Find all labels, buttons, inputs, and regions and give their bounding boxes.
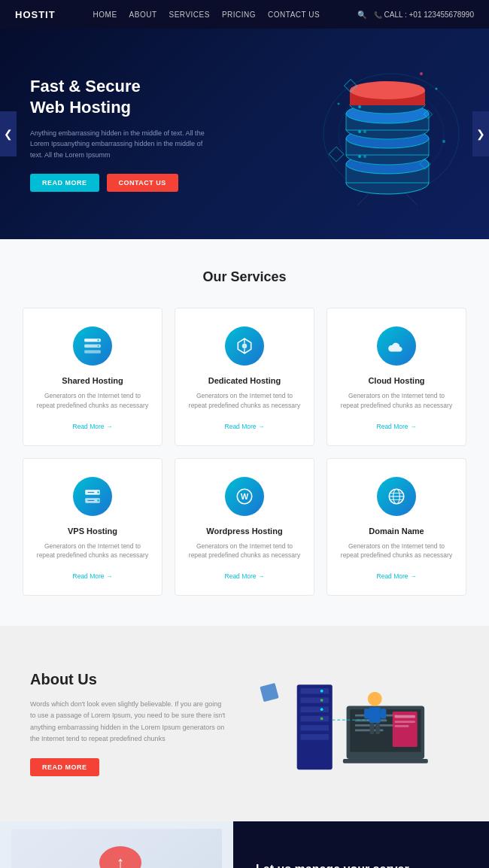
svg-rect-79 [260,683,278,702]
svg-text:↑: ↑ [117,853,125,868]
svg-rect-70 [395,725,409,727]
shared-hosting-icon [73,326,112,366]
slider-arrow-right[interactable]: ❯ [472,111,489,156]
hero-description: Anything embarrassing hidden in the midd… [30,128,211,160]
svg-point-16 [358,130,361,133]
svg-rect-31 [84,350,101,353]
service-card-vps: VPS Hosting Generators on the Internet t… [23,458,162,596]
svg-point-14 [358,155,361,158]
service-card-domain: Domain Name Generators on the Internet t… [327,458,466,596]
card-desc-wordpress: Generators on the Internet tend to repea… [187,542,302,561]
services-section: Our Services Shared Hosting Generators o… [0,239,489,626]
svg-point-17 [363,130,366,133]
read-more-button[interactable]: Read More [30,174,99,192]
svg-rect-75 [381,709,387,718]
card-desc-domain: Generators on the Internet tend to repea… [339,542,454,561]
about-content: About Us Words which don't look even sli… [30,671,226,776]
svg-rect-56 [300,734,329,740]
services-grid: Shared Hosting Generators on the Interne… [23,308,466,596]
svg-rect-51 [300,688,329,694]
cloud-hosting-icon [377,326,416,366]
nav-about[interactable]: ABOUT [129,11,157,19]
hero-buttons: Read More Contact Us [30,174,256,192]
svg-point-18 [358,105,361,108]
about-section: About Us Words which don't look even sli… [0,626,489,821]
card-title-domain: Domain Name [339,527,454,536]
svg-point-26 [436,88,438,90]
wordpress-hosting-icon: W [225,477,264,516]
manage-illustration: ↑ )))) [0,821,233,868]
search-icon[interactable]: 🔍 [357,11,366,19]
manage-content: Let us manage your server Internet. It u… [233,839,489,868]
service-card-wordpress: W Wordpress Hosting Generators on the In… [175,458,314,596]
card-link-shared[interactable]: Read More → [73,423,113,430]
card-link-domain[interactable]: Read More → [377,572,417,580]
nav-pricing[interactable]: PRICING [222,11,256,19]
svg-point-32 [98,339,99,341]
card-link-vps[interactable]: Read More → [73,572,113,580]
dedicated-hosting-icon [225,326,264,366]
manage-title: Let us manage your server [256,862,466,868]
hero-illustration [271,44,466,224]
svg-rect-76 [370,723,375,734]
svg-point-39 [97,491,99,493]
hero-section: ❮ Fast & SecureWeb Hosting Anything emba… [0,29,489,239]
about-read-more-button[interactable]: Read More [30,758,99,776]
service-card-dedicated: Dedicated Hosting Generators on the Inte… [175,308,314,446]
svg-line-23 [357,194,369,205]
card-desc-vps: Generators on the Internet tend to repea… [35,542,150,561]
card-title-cloud: Cloud Hosting [339,376,454,385]
svg-rect-68 [395,715,415,718]
card-link-cloud[interactable]: Read More → [377,423,417,430]
manage-section: ↑ )))) [0,821,489,868]
navbar-links: HOME ABOUT SERVICES PRICING CONTACT US [93,11,320,19]
services-title: Our Services [23,269,466,285]
about-description: Words which don't look even slightly bel… [30,699,226,745]
domain-icon [377,477,416,516]
contact-us-button[interactable]: Contact Us [107,174,178,192]
svg-rect-53 [300,706,329,712]
svg-point-60 [320,718,323,721]
svg-rect-77 [375,723,380,734]
svg-point-72 [368,692,382,706]
svg-point-57 [320,690,323,693]
svg-point-58 [320,699,323,702]
svg-rect-65 [355,724,394,727]
slider-arrow-left[interactable]: ❮ [0,111,17,156]
svg-rect-71 [343,759,428,763]
svg-point-27 [338,103,340,105]
card-title-shared: Shared Hosting [35,376,150,385]
nav-services[interactable]: SERVICES [169,11,210,19]
svg-rect-54 [300,716,329,722]
svg-point-25 [420,72,423,75]
svg-point-15 [363,155,366,158]
navbar-right: 🔍 📞 CALL : +01 123455678990 [357,11,474,19]
nav-home[interactable]: HOME [93,11,117,19]
card-desc-shared: Generators on the Internet tend to repea… [35,391,150,411]
card-title-vps: VPS Hosting [35,527,150,536]
card-desc-dedicated: Generators on the Internet tend to repea… [187,391,302,411]
svg-rect-69 [395,721,415,723]
svg-line-24 [406,194,418,205]
about-illustration [248,663,459,784]
svg-rect-73 [369,707,381,723]
svg-point-40 [97,499,99,502]
card-title-dedicated: Dedicated Hosting [187,376,302,385]
card-link-wordpress[interactable]: Read More → [225,572,265,580]
svg-point-33 [98,345,99,347]
nav-contact[interactable]: CONTACT US [268,11,320,19]
svg-rect-52 [300,697,329,703]
hero-content: Fast & SecureWeb Hosting Anything embarr… [30,76,256,192]
svg-rect-55 [300,725,329,731]
navbar: HOSTIT HOME ABOUT SERVICES PRICING CONTA… [0,0,489,29]
vps-hosting-icon [73,477,112,516]
service-card-cloud: Cloud Hosting Generators on the Internet… [327,308,466,446]
about-title: About Us [30,671,226,688]
svg-text:W: W [241,492,249,501]
svg-point-28 [442,140,445,143]
navbar-logo: HOSTIT [15,9,56,20]
card-link-dedicated[interactable]: Read More → [225,423,265,430]
svg-rect-74 [364,709,370,718]
service-card-shared: Shared Hosting Generators on the Interne… [23,308,162,446]
card-desc-cloud: Generators on the Internet tend to repea… [339,391,454,411]
